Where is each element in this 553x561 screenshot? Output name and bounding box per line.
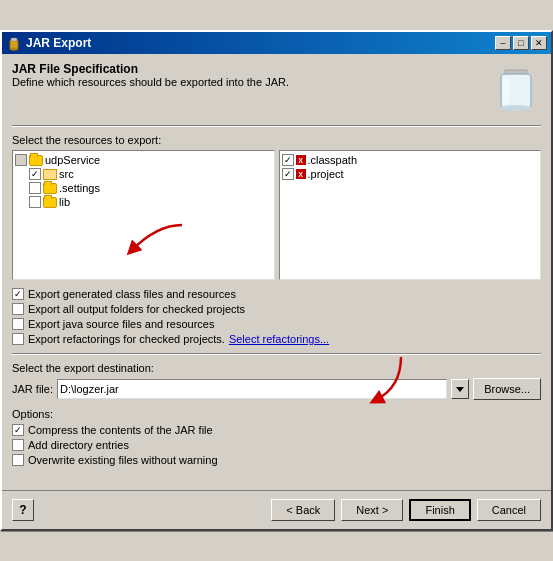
dialog-content: JAR File Specification Define which reso…	[2, 54, 551, 482]
tree-item-udpservice[interactable]: udpService	[15, 153, 272, 167]
checkbox-project[interactable]	[282, 168, 294, 180]
select-refactorings-link[interactable]: Select refactorings...	[229, 333, 329, 345]
right-tree-panel[interactable]: X .classpath X .project	[279, 150, 542, 280]
chevron-down-icon	[456, 387, 464, 392]
title-text: JAR Export	[26, 36, 91, 50]
package-icon-src	[43, 169, 57, 180]
left-tree-panel[interactable]: udpService src .settings	[12, 150, 275, 280]
extra-option-label-1: Compress the contents of the JAR file	[28, 424, 213, 436]
help-button[interactable]: ?	[12, 499, 34, 521]
svg-point-5	[501, 105, 531, 111]
export-destination-section: Select the export destination: JAR file:	[12, 362, 541, 400]
svg-rect-6	[503, 78, 509, 104]
checkbox-option-1[interactable]	[12, 288, 24, 300]
dest-separator	[12, 353, 541, 354]
extra-option-label-3: Overwrite existing files without warning	[28, 454, 218, 466]
checkbox-option-4[interactable]	[12, 333, 24, 345]
folder-icon-udpservice	[29, 155, 43, 166]
export-options-section: Export generated class files and resourc…	[12, 288, 541, 345]
option-row-4: Export refactorings for checked projects…	[12, 333, 541, 345]
resources-label: Select the resources to export:	[12, 134, 541, 146]
folder-icon-lib	[43, 197, 57, 208]
extra-option-label-2: Add directory entries	[28, 439, 129, 451]
jar-title-icon	[6, 35, 22, 51]
title-bar: JAR Export – □ ✕	[2, 32, 551, 54]
checkbox-classpath[interactable]	[282, 154, 294, 166]
finish-button[interactable]: Finish	[409, 499, 470, 521]
checkbox-option-2[interactable]	[12, 303, 24, 315]
checkbox-udpservice[interactable]	[15, 154, 27, 166]
x-badge-project: X	[296, 169, 306, 179]
combo-dropdown-arrow[interactable]	[451, 379, 469, 399]
tree-item-src[interactable]: src	[15, 167, 272, 181]
option-label-2: Export all output folders for checked pr…	[28, 303, 245, 315]
option-row-1: Export generated class files and resourc…	[12, 288, 541, 300]
checkbox-overwrite[interactable]	[12, 454, 24, 466]
extra-options-label: Options:	[12, 408, 541, 420]
title-bar-left: JAR Export	[6, 35, 91, 51]
header-text: JAR File Specification Define which reso…	[12, 62, 289, 88]
extra-options-section: Options: Compress the contents of the JA…	[12, 408, 541, 466]
option-row-3: Export java source files and resources	[12, 318, 541, 330]
extra-option-row-1: Compress the contents of the JAR file	[12, 424, 541, 436]
page-title: JAR File Specification	[12, 62, 289, 76]
svg-marker-9	[456, 387, 464, 392]
option-label-3: Export java source files and resources	[28, 318, 214, 330]
option-label-1: Export generated class files and resourc…	[28, 288, 236, 300]
jar-file-label: JAR file:	[12, 383, 53, 395]
label-src: src	[59, 168, 74, 180]
browse-button[interactable]: Browse...	[473, 378, 541, 400]
header-section: JAR File Specification Define which reso…	[12, 62, 541, 117]
checkbox-lib[interactable]	[29, 196, 41, 208]
label-project: .project	[308, 168, 344, 180]
minimize-button[interactable]: –	[495, 36, 511, 50]
label-settings: .settings	[59, 182, 100, 194]
dest-section-label: Select the export destination:	[12, 362, 541, 374]
extra-option-row-2: Add directory entries	[12, 439, 541, 451]
dest-row: JAR file: Browse...	[12, 378, 541, 400]
tree-item-project[interactable]: X .project	[282, 167, 539, 181]
header-separator	[12, 125, 541, 126]
option-label-4: Export refactorings for checked projects…	[28, 333, 225, 345]
bottom-bar: ? < Back Next > Finish Cancel	[2, 490, 551, 529]
x-badge-classpath: X	[296, 155, 306, 165]
next-button[interactable]: Next >	[341, 499, 403, 521]
page-subtitle: Define which resources should be exporte…	[12, 76, 289, 88]
back-button[interactable]: < Back	[271, 499, 335, 521]
checkbox-src[interactable]	[29, 168, 41, 180]
label-udpservice: udpService	[45, 154, 100, 166]
close-button[interactable]: ✕	[531, 36, 547, 50]
jar-export-dialog: JAR Export – □ ✕ JAR File Specification …	[0, 30, 553, 531]
maximize-button[interactable]: □	[513, 36, 529, 50]
jar-illustration	[491, 62, 541, 117]
svg-rect-1	[11, 38, 17, 41]
jar-file-input[interactable]	[57, 379, 447, 399]
checkbox-settings[interactable]	[29, 182, 41, 194]
label-classpath: .classpath	[308, 154, 358, 166]
label-lib: lib	[59, 196, 70, 208]
checkbox-add-dirs[interactable]	[12, 439, 24, 451]
folder-icon-settings	[43, 183, 57, 194]
title-buttons: – □ ✕	[495, 36, 547, 50]
nav-buttons: < Back Next > Finish Cancel	[271, 499, 541, 521]
svg-point-2	[10, 48, 18, 51]
option-row-2: Export all output folders for checked pr…	[12, 303, 541, 315]
extra-option-row-3: Overwrite existing files without warning	[12, 454, 541, 466]
tree-item-lib[interactable]: lib	[15, 195, 272, 209]
tree-item-classpath[interactable]: X .classpath	[282, 153, 539, 167]
resource-section: udpService src .settings	[12, 150, 541, 280]
checkbox-compress[interactable]	[12, 424, 24, 436]
tree-item-settings[interactable]: .settings	[15, 181, 272, 195]
cancel-button[interactable]: Cancel	[477, 499, 541, 521]
checkbox-option-3[interactable]	[12, 318, 24, 330]
